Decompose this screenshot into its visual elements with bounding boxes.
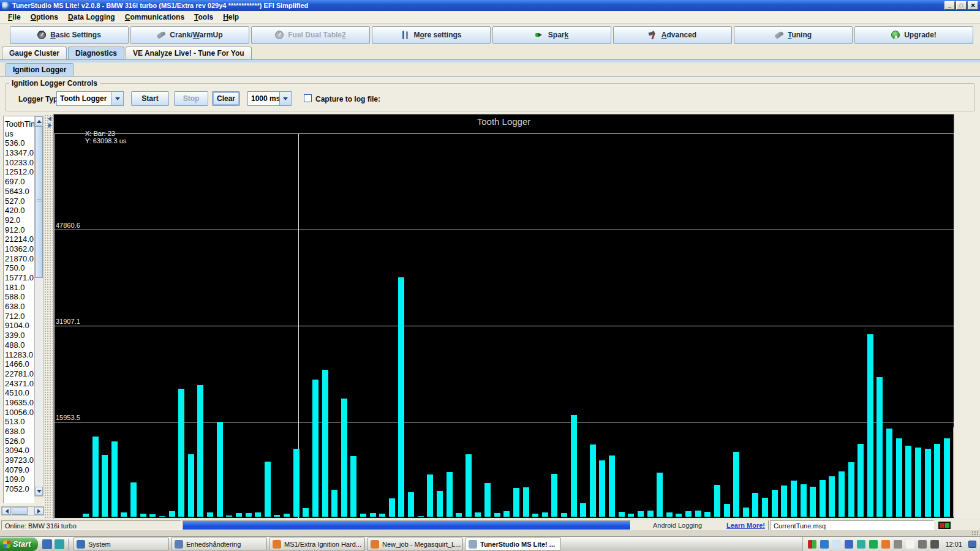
quick-launch-browser-icon[interactable] — [42, 539, 52, 549]
task-button-enhedsh-ndtering[interactable]: Enhedshåndtering — [171, 538, 267, 550]
snowflake-tray-icon[interactable] — [857, 540, 865, 549]
tooth-bar-49 — [551, 474, 557, 517]
clear-button[interactable]: Clear — [212, 91, 240, 106]
list-item: 3094.0 — [5, 446, 34, 455]
tooth-bar-64 — [695, 511, 701, 517]
menu-item-options[interactable]: Options — [26, 12, 63, 23]
signal-tray-icon[interactable] — [918, 540, 927, 549]
collapse-left-icon[interactable] — [45, 116, 51, 121]
capture-checkbox[interactable] — [304, 94, 312, 102]
menu-item-file[interactable]: File — [3, 12, 26, 23]
scrollbar-thumb[interactable] — [12, 507, 28, 515]
scroll-up-button[interactable] — [35, 116, 43, 126]
app-icon — [2, 2, 10, 10]
status-bar: Online: BMW 316i turbo Android Logging L… — [0, 520, 980, 530]
spark-button[interactable]: Spark — [492, 26, 611, 44]
task-button-ms1-extra-ignition-hard[interactable]: MS1/Extra Ignition Hard... — [269, 538, 365, 550]
learn-more-link[interactable]: Learn More! — [726, 522, 765, 529]
volume-tray-icon[interactable] — [930, 540, 939, 549]
orange-app-tray-icon[interactable] — [881, 540, 890, 549]
tab-diagnostics[interactable]: Diagnostics — [68, 47, 124, 59]
tooth-bar-51 — [571, 415, 577, 517]
document-tray-icon[interactable] — [832, 540, 841, 549]
scroll-left-button[interactable] — [2, 507, 11, 515]
list-item: 5643.0 — [5, 187, 34, 197]
stop-button[interactable]: Stop — [174, 91, 208, 106]
flag-tray-icon[interactable] — [894, 540, 902, 549]
tooth-bar-44 — [503, 511, 510, 517]
list-item: 536.0 — [5, 138, 34, 148]
start-button-taskbar[interactable]: Start — [0, 538, 38, 551]
task-button-label: MS1/Extra Ignition Hard... — [284, 541, 361, 548]
scroll-down-button[interactable] — [35, 487, 43, 496]
list-item: 22781.0 — [5, 369, 34, 379]
tab-ve-analyze-live-tune-for-you[interactable]: VE Analyze Live! - Tune For You — [126, 47, 252, 59]
green-circle-tray-icon[interactable] — [869, 540, 878, 549]
tooth-bar-84 — [886, 429, 892, 517]
tooth-bar-14 — [217, 422, 223, 517]
tooth-bar-19 — [265, 462, 271, 517]
resize-grip-icon[interactable] — [971, 531, 979, 536]
crank-warmup-button[interactable]: Crank/WarmUp — [130, 26, 249, 44]
show-desktop-icon[interactable] — [968, 541, 976, 548]
list-item: 9104.0 — [5, 321, 34, 331]
task-button-new-job-megasquirt-l[interactable]: New_job - Megasquirt_L... — [367, 538, 463, 550]
gauge-icon — [275, 31, 284, 39]
tuning-button[interactable]: Tuning — [734, 26, 853, 44]
fuel-dual-table2-button[interactable]: Fuel Dual Table2 — [251, 26, 370, 44]
tab-gauge-cluster[interactable]: Gauge Cluster — [2, 47, 67, 59]
status-separator — [768, 520, 769, 530]
tooth-bar-63 — [685, 511, 692, 517]
list-horizontal-scrollbar[interactable] — [1, 506, 44, 515]
logger-type-select[interactable]: Tooth Logger — [56, 91, 124, 106]
tab-ignition-logger[interactable]: Ignition Logger — [6, 63, 74, 76]
blue-app-tray-icon[interactable] — [820, 540, 829, 549]
chart-plot-area[interactable]: 47860.631907.115953.5 — [54, 133, 954, 519]
tooth-bar-90 — [944, 438, 950, 517]
menu-item-data-logging[interactable]: Data Logging — [63, 12, 120, 23]
task-app-icon — [371, 540, 379, 549]
battery-tray-icon[interactable] — [906, 540, 914, 549]
minimize-button[interactable]: _ — [944, 1, 955, 10]
task-button-system[interactable]: System — [73, 538, 169, 550]
rx-led — [940, 523, 944, 528]
logger-type-dropdown-button[interactable] — [111, 92, 123, 105]
maximize-button[interactable]: □ — [956, 1, 967, 10]
list-item: ToothTim — [5, 119, 34, 129]
menu-item-communications[interactable]: Communications — [120, 12, 189, 23]
list-item: 339.0 — [5, 331, 34, 340]
interval-dropdown-button[interactable] — [279, 92, 291, 105]
menu-item-tools[interactable]: Tools — [189, 12, 218, 23]
task-button-tunerstudio-ms-lite[interactable]: TunerStudio MS Lite! ... — [465, 538, 561, 550]
list-item: 13347.0 — [5, 148, 34, 158]
tooth-bar-66 — [714, 485, 720, 517]
desktop-screen: TunerStudio MS Lite! v2.0.8 - BMW 316i t… — [0, 0, 980, 551]
more-settings-button[interactable]: More settings — [372, 26, 491, 44]
scroll-right-button[interactable] — [34, 507, 43, 515]
toolbar-button-label: Spark — [548, 31, 568, 39]
scrollbar-thumb[interactable] — [35, 126, 43, 278]
close-button[interactable]: ✕ — [968, 1, 978, 10]
toolbar-button-label: Fuel Dual Table2 — [288, 31, 345, 39]
chevron-down-icon — [115, 97, 120, 103]
start-button[interactable]: Start — [131, 91, 169, 106]
menu-item-help[interactable]: Help — [218, 12, 244, 23]
interval-select[interactable]: 1000 ms — [247, 91, 292, 106]
list-vertical-scrollbar[interactable] — [34, 116, 43, 497]
title-bar[interactable]: TunerStudio MS Lite! v2.0.8 - BMW 316i t… — [0, 0, 980, 11]
quick-launch-desktop-icon[interactable] — [55, 539, 64, 549]
list-item: 4079.0 — [5, 465, 34, 475]
split-divider[interactable] — [44, 114, 53, 519]
upgrade-button[interactable]: Upgrade! — [854, 26, 973, 44]
arrow-left-icon — [3, 509, 9, 514]
list-item: 750.0 — [5, 263, 34, 273]
tooth-bar-72 — [772, 490, 778, 517]
tooth-bar-2 — [102, 455, 108, 517]
toolbar-button-label: Crank/WarmUp — [170, 31, 222, 39]
sync-tray-icon[interactable] — [845, 540, 853, 549]
basic-settings-button[interactable]: Basic Settings — [10, 26, 129, 44]
tooth-bar-22 — [293, 449, 300, 517]
advanced-button[interactable]: Advanced — [613, 26, 732, 44]
toolbar-button-label: Advanced — [662, 31, 696, 39]
ati-tray-icon[interactable] — [808, 540, 816, 549]
